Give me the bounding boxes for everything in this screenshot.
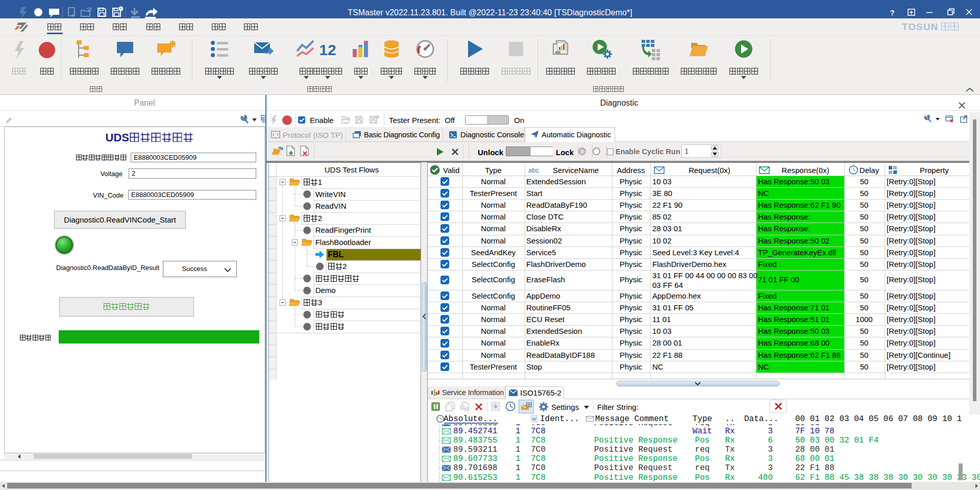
svg-text:12: 12 [319, 41, 336, 58]
svg-text:W: W [532, 416, 536, 422]
svg-text:TSMaster v2022.11.23.801. Buil: TSMaster v2022.11.23.801. Built @2022-11… [348, 8, 632, 17]
svg-text:?: ? [890, 8, 894, 17]
